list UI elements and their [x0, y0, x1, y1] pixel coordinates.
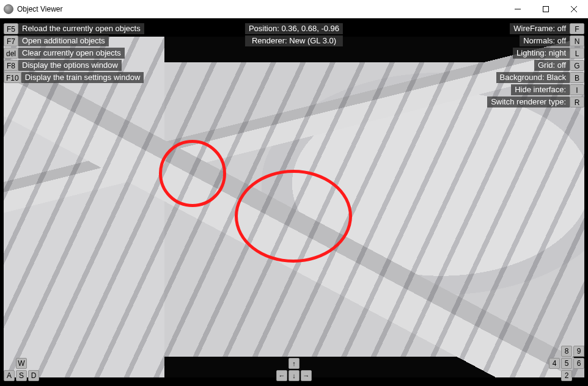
status-overlay: Position: 0.36, 0.68, -0.96 Renderer: Ne…: [245, 23, 343, 48]
close-icon: [571, 6, 577, 12]
annotation-circle: [235, 170, 352, 263]
hint-text: Switch renderer type:: [487, 96, 570, 107]
key-right[interactable]: →: [301, 370, 312, 381]
hint-text: Lighting: night: [513, 48, 570, 59]
viewport-3d[interactable]: F5Reload the currently open objectsF7Ope…: [0, 18, 588, 386]
hint-text: Normals: off: [520, 35, 570, 46]
hint-row: WireFrame: offF: [487, 23, 584, 34]
window-title: Object Viewer: [17, 5, 62, 13]
annotation-circle: [159, 140, 226, 207]
key-w[interactable]: W: [16, 358, 27, 369]
key-up[interactable]: ↑: [288, 358, 300, 369]
hint-text: Grid: off: [534, 60, 570, 71]
status-renderer: Renderer: New (GL 3.0): [245, 35, 343, 46]
hint-row: Grid: offG: [487, 60, 584, 71]
key-2[interactable]: 2: [561, 370, 572, 381]
hint-text: Display the train settings window: [21, 72, 144, 83]
keycap[interactable]: F: [570, 23, 584, 34]
hint-row: Background: BlackB: [487, 72, 584, 83]
key-4[interactable]: 4: [549, 358, 560, 369]
maximize-button[interactable]: [532, 0, 560, 18]
window-controls: [504, 0, 588, 18]
keycap[interactable]: del: [4, 48, 18, 59]
hint-row: Normals: offN: [487, 35, 584, 46]
key-8[interactable]: 8: [561, 346, 572, 357]
key-s[interactable]: S: [16, 370, 27, 381]
arrow-keys: ↑ ← ↓ →: [276, 358, 312, 381]
hints-left: F5Reload the currently open objectsF7Ope…: [4, 23, 144, 83]
hint-row: delClear currently open objects: [4, 48, 144, 59]
hint-text: Hide interface:: [511, 84, 570, 95]
keycap[interactable]: N: [570, 35, 584, 46]
hint-text: Display the options window: [18, 60, 122, 71]
hint-row: Lighting: nightL: [487, 48, 584, 59]
keycap[interactable]: F7: [4, 35, 18, 46]
key-5[interactable]: 5: [561, 358, 572, 369]
svg-rect-1: [543, 6, 549, 12]
hint-text: Open additional objects: [18, 35, 109, 46]
close-button[interactable]: [560, 0, 588, 18]
titlebar-left: Object Viewer: [4, 4, 62, 14]
status-position: Position: 0.36, 0.68, -0.96: [245, 23, 343, 34]
key-d[interactable]: D: [28, 370, 39, 381]
minimize-icon: [515, 6, 521, 12]
hint-row: Switch renderer type:R: [487, 96, 584, 107]
hint-row: F7Open additional objects: [4, 35, 144, 46]
keycap[interactable]: F5: [4, 23, 18, 34]
hint-row: F5Reload the currently open objects: [4, 23, 144, 34]
hint-text: Background: Black: [496, 72, 570, 83]
maximize-icon: [543, 6, 549, 12]
key-down[interactable]: ↓: [288, 370, 300, 381]
wasd-keys: W A S D: [4, 358, 39, 381]
hint-row: Hide interface:I: [487, 84, 584, 95]
mask: [584, 18, 588, 386]
key-a[interactable]: A: [4, 370, 15, 381]
keycap[interactable]: B: [570, 72, 584, 83]
hint-text: Clear currently open objects: [18, 48, 125, 59]
key-6[interactable]: 6: [573, 358, 584, 369]
hint-row: F8Display the options window: [4, 60, 144, 71]
keycap[interactable]: L: [570, 48, 584, 59]
hint-text: Reload the currently open objects: [18, 23, 144, 34]
hint-text: WireFrame: off: [510, 23, 570, 34]
key-9[interactable]: 9: [573, 346, 584, 357]
numpad-keys: 8 9 4 5 6 2: [549, 346, 584, 381]
minimize-button[interactable]: [504, 0, 532, 18]
key-left[interactable]: ←: [276, 370, 287, 381]
titlebar: Object Viewer: [0, 0, 588, 18]
keycap[interactable]: I: [570, 84, 584, 95]
hint-row: F10Display the train settings window: [4, 72, 144, 83]
keycap[interactable]: G: [570, 60, 584, 71]
keycap[interactable]: F8: [4, 60, 18, 71]
hints-right: WireFrame: offFNormals: offNLighting: ni…: [487, 23, 584, 107]
app-icon: [4, 4, 13, 14]
keycap[interactable]: F10: [4, 72, 21, 83]
keycap[interactable]: R: [570, 96, 584, 107]
